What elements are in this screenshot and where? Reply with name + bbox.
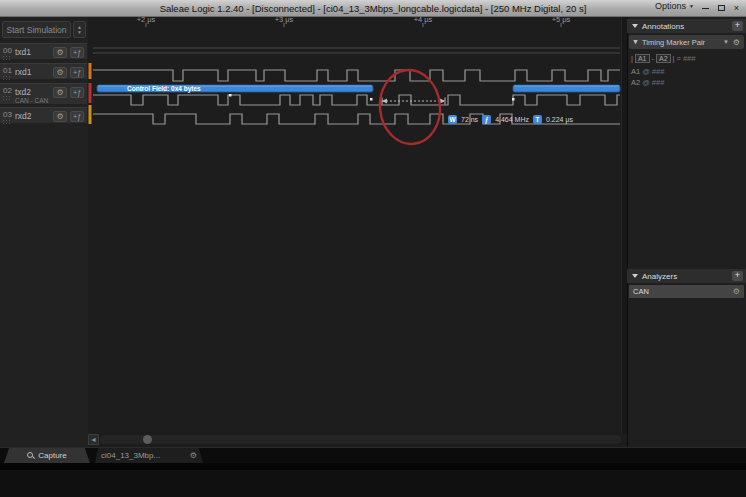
- options-caret-icon: ▼: [689, 3, 694, 9]
- ruler-ticks: +2 μs+3 μs+4 μs+5 μs: [137, 17, 571, 27]
- channel-settings-button[interactable]: ⚙: [53, 67, 67, 78]
- title-bar: Saleae Logic 1.2.40 - [Disconnected] - […: [0, 0, 746, 17]
- svg-text:Control Field: 0x4 bytes: Control Field: 0x4 bytes: [127, 85, 201, 93]
- channel-settings-button[interactable]: ⚙: [53, 87, 67, 98]
- protocol-annotation-bars: Control Field: 0x4 bytes: [97, 85, 620, 93]
- analyzer-settings-icon[interactable]: ⚙: [733, 287, 740, 296]
- channel-trigger-button[interactable]: +ƒ: [70, 47, 84, 58]
- desktop-gap: [0, 463, 746, 470]
- svg-text:+5 μs: +5 μs: [552, 17, 571, 24]
- channel-row-rxd1[interactable]: 01 rxd1 ⚙ +ƒ: [0, 63, 87, 79]
- channel-row-txd2[interactable]: 02 txd2 CAN - CAN ⚙ +ƒ: [0, 83, 87, 104]
- marker-delta-line: | A1 - A2 | = ###: [631, 54, 743, 63]
- window-title: Saleae Logic 1.2.40 - [Disconnected] - […: [0, 3, 746, 14]
- measure-arrow: [382, 98, 445, 105]
- frequency-value: 4.464 MHz: [495, 116, 529, 123]
- capture-edge-markers: [89, 63, 92, 124]
- scroll-left-button[interactable]: ◄: [88, 434, 99, 445]
- period-value: 0.224 μs: [546, 116, 573, 123]
- collapse-icon: [632, 274, 638, 278]
- windows-taskbar: W ^ 1:13 PM 7/25/2022: [0, 470, 746, 497]
- horizontal-scrollbar-track[interactable]: [100, 435, 621, 444]
- channel-number: 01: [3, 66, 12, 75]
- channel-number: 00: [3, 46, 12, 55]
- edge-dots: [229, 94, 515, 101]
- minimize-button[interactable]: [699, 2, 712, 14]
- trace-txd1: [93, 48, 620, 53]
- app-window: Start Simulation ▲ ▼ 00 txd1 ⚙ +ƒ 01 rxd…: [0, 17, 746, 463]
- capture-icon: [27, 452, 34, 459]
- channel-trigger-button[interactable]: +ƒ: [70, 67, 84, 78]
- hover-measurements: W 72 ns ƒ 4.464 MHz T 0.224 μs: [448, 114, 573, 124]
- pin-icon: [633, 40, 638, 45]
- svg-text:+3 μs: +3 μs: [275, 17, 294, 24]
- analyzer-item-can[interactable]: CAN ⚙: [629, 285, 744, 298]
- a1-chip[interactable]: A1: [635, 54, 650, 63]
- channel-name: rxd1: [15, 67, 32, 77]
- a1-value: ###: [652, 67, 665, 76]
- annotations-header[interactable]: Annotations +: [627, 19, 746, 33]
- channel-grip[interactable]: [2, 95, 11, 101]
- trace-rxd1: [93, 70, 620, 81]
- channel-name: rxd2: [15, 111, 32, 121]
- channel-number: 03: [3, 110, 12, 119]
- chevron-down-icon[interactable]: ▼: [723, 39, 729, 45]
- screen: Saleae Logic 1.2.40 - [Disconnected] - […: [0, 0, 746, 497]
- marker-settings-icon[interactable]: ⚙: [733, 38, 740, 47]
- width-badge-icon: W: [448, 115, 457, 124]
- svg-text:+4 μs: +4 μs: [414, 17, 433, 24]
- minimize-icon: [702, 7, 709, 9]
- start-simulation-button[interactable]: Start Simulation: [2, 21, 71, 38]
- close-icon: ×: [734, 3, 739, 13]
- maximize-button[interactable]: [715, 2, 728, 14]
- options-menu[interactable]: Options ▼: [655, 1, 694, 11]
- channel-settings-button[interactable]: ⚙: [53, 111, 67, 122]
- channel-trigger-button[interactable]: +ƒ: [70, 111, 84, 122]
- tab-settings-icon[interactable]: ⚙: [190, 451, 197, 460]
- split-down-icon: ▼: [77, 30, 82, 35]
- trace-txd2: [93, 95, 620, 105]
- collapse-icon: [632, 24, 638, 28]
- channel-row-rxd2[interactable]: 03 rxd2 ⚙ +ƒ: [0, 107, 87, 123]
- timing-marker-pair-row[interactable]: Timing Marker Pair ▼ ⚙: [629, 35, 744, 49]
- waveform-canvas[interactable]: +2 μs+3 μs+4 μs+5 μsControl Field: 0x4 b…: [88, 17, 621, 432]
- close-button[interactable]: ×: [730, 2, 743, 14]
- a1-position-line: A1 @ ###: [631, 67, 743, 76]
- channel-grip[interactable]: [2, 55, 11, 61]
- horizontal-scrollbar-thumb[interactable]: [143, 435, 152, 444]
- a2-chip[interactable]: A2: [656, 54, 671, 63]
- simulation-options-button[interactable]: ▲ ▼: [73, 21, 86, 38]
- a2-position-line: A2 @ ###: [631, 78, 743, 87]
- maximize-icon: [718, 5, 725, 11]
- a2-value: ###: [652, 78, 665, 87]
- channel-analyzer-label: CAN - CAN: [15, 97, 48, 104]
- tab-capture[interactable]: Capture: [4, 448, 90, 463]
- analyzers-header[interactable]: Analyzers +: [627, 269, 746, 283]
- channel-grip[interactable]: [2, 75, 11, 81]
- add-annotation-button[interactable]: +: [732, 21, 743, 31]
- width-value: 72 ns: [461, 116, 478, 123]
- channel-trigger-button[interactable]: +ƒ: [70, 87, 84, 98]
- channel-panel: Start Simulation ▲ ▼ 00 txd1 ⚙ +ƒ 01 rxd…: [0, 17, 88, 463]
- channel-grip[interactable]: [2, 119, 11, 125]
- tab-logicdata-file[interactable]: ci04_13_3Mbp... ⚙: [95, 448, 203, 463]
- svg-text:+2 μs: +2 μs: [137, 17, 156, 24]
- channel-number: 02: [3, 86, 12, 95]
- channel-settings-button[interactable]: ⚙: [53, 47, 67, 58]
- delta-value: ###: [683, 54, 696, 63]
- add-analyzer-button[interactable]: +: [732, 271, 743, 281]
- channel-name: txd2: [15, 87, 31, 97]
- period-badge-icon: T: [533, 115, 542, 124]
- channel-name: txd1: [15, 47, 31, 57]
- frequency-badge-icon: ƒ: [482, 115, 491, 124]
- channel-row-txd1[interactable]: 00 txd1 ⚙ +ƒ: [0, 43, 87, 59]
